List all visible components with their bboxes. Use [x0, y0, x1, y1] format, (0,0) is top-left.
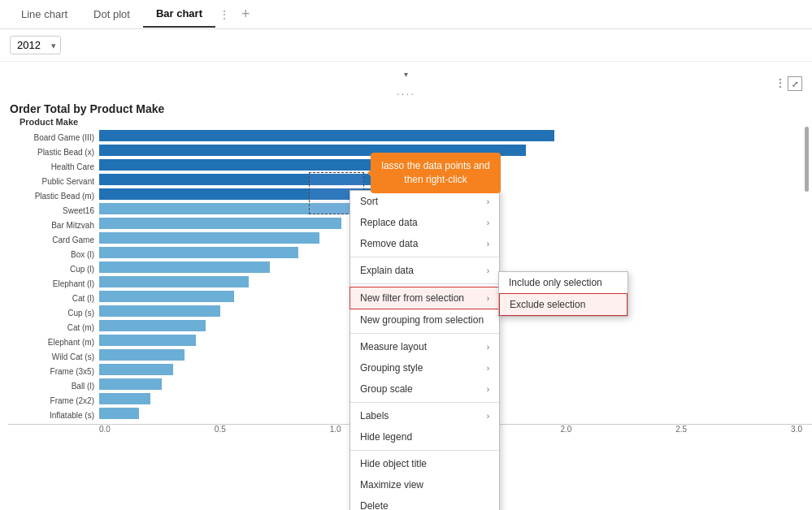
bar[interactable]: [99, 130, 554, 141]
menu-item-replace-data[interactable]: Replace data›: [350, 212, 499, 233]
bar[interactable]: [99, 335, 196, 346]
x-tick-1: 1.0: [330, 425, 341, 434]
menu-separator: [350, 283, 499, 284]
bar[interactable]: [99, 378, 162, 390]
bar[interactable]: [99, 305, 220, 317]
y-label: Plastic Bead (m): [18, 188, 99, 203]
y-label: Frame (3x5): [18, 364, 99, 378]
menu-separator: [350, 333, 499, 334]
menu-item-new-filter-from-selection[interactable]: New filter from selection›: [350, 287, 500, 309]
y-label: Sweet16: [18, 203, 99, 218]
bar-row: [99, 128, 802, 143]
bar[interactable]: [99, 408, 139, 419]
x-tick-2: 2.0: [560, 425, 571, 434]
tab-dot-plot[interactable]: Dot plot: [80, 2, 143, 27]
tab-bar: Line chart Dot plot Bar chart ⋮ +: [0, 0, 812, 29]
y-label: Inflatable (s): [18, 408, 99, 422]
y-label: Cat (m): [18, 320, 99, 335]
submenu-item-include-only-selection[interactable]: Include only selection: [499, 272, 627, 293]
y-label: Board Game (III): [18, 130, 99, 145]
menu-item-grouping-style[interactable]: Grouping style›: [350, 357, 499, 378]
menu-item-explain-data[interactable]: Explain data›: [350, 260, 499, 281]
bar[interactable]: [99, 349, 185, 361]
bar[interactable]: [99, 364, 173, 375]
y-label: Box (l): [18, 247, 99, 261]
x-tick-05: 0.5: [215, 425, 226, 434]
menu-item-hide-legend[interactable]: Hide legend: [350, 426, 499, 447]
x-tick-0: 0.0: [99, 425, 111, 434]
menu-item-labels[interactable]: Labels›: [350, 405, 499, 426]
submenu-arrow-icon: ›: [487, 240, 489, 249]
bar[interactable]: [99, 393, 150, 404]
toolbar: 2010 2011 2012 2013 2014: [0, 29, 812, 62]
y-label: Cup (l): [18, 261, 99, 276]
y-label: Card Game: [18, 232, 99, 247]
y-label: Bar Mitzvah: [18, 218, 99, 232]
scrollbar[interactable]: [805, 127, 809, 192]
axis-label: Product Make: [10, 115, 802, 128]
chart-container: ▾ .... Order Total by Product Make Produ…: [0, 62, 812, 510]
y-label: Elephant (l): [18, 276, 99, 291]
menu-separator: [350, 402, 499, 403]
menu-item-sort[interactable]: Sort›: [350, 191, 499, 212]
menu-separator: [350, 450, 499, 451]
menu-item-hide-object-title[interactable]: Hide object title: [350, 453, 499, 474]
x-tick-3: 3.0: [791, 425, 802, 434]
submenu-item-exclude-selection[interactable]: Exclude selection: [499, 293, 627, 316]
y-label: Ball (l): [18, 378, 99, 393]
bar[interactable]: [99, 291, 234, 302]
dots-indicator: ....: [0, 83, 812, 99]
app-container: Line chart Dot plot Bar chart ⋮ + 2010 2…: [0, 0, 812, 510]
bar[interactable]: [99, 232, 319, 244]
chart-title: Order Total by Product Make: [10, 102, 802, 115]
y-label: Cup (s): [18, 305, 99, 320]
callout-tooltip: lasso the data points and then right-cli…: [371, 153, 501, 193]
y-label: Health Care: [18, 159, 99, 174]
submenu-arrow-icon: ›: [487, 294, 489, 303]
tab-more-icon[interactable]: ⋮: [219, 8, 230, 21]
y-label: Plastic Bead (x): [18, 145, 99, 159]
submenu: Include only selectionExclude selection: [498, 271, 628, 317]
tab-line-chart[interactable]: Line chart: [8, 2, 80, 27]
menu-item-maximize-view[interactable]: Maximize view: [350, 474, 499, 495]
menu-item-delete[interactable]: Delete: [350, 495, 499, 510]
submenu-arrow-icon: ›: [487, 364, 489, 373]
tab-bar-chart[interactable]: Bar chart: [143, 1, 215, 28]
year-select[interactable]: 2010 2011 2012 2013 2014: [10, 36, 61, 54]
bar[interactable]: [99, 261, 270, 273]
context-menu: Sort›Replace data›Remove data›Explain da…: [350, 190, 500, 510]
y-label: Cat (l): [18, 291, 99, 305]
y-label: Public Servant: [18, 174, 99, 188]
submenu-arrow-icon: ›: [487, 385, 489, 394]
x-tick-25: 2.5: [675, 425, 687, 434]
bar[interactable]: [99, 320, 206, 331]
menu-item-new-grouping-from-selection[interactable]: New grouping from selection: [350, 309, 499, 331]
submenu-arrow-icon: ›: [487, 343, 489, 352]
expand-button[interactable]: ⤢: [788, 76, 802, 91]
bar[interactable]: [99, 276, 249, 287]
tab-add-button[interactable]: +: [233, 0, 258, 29]
submenu-arrow-icon: ›: [487, 218, 489, 227]
submenu-arrow-icon: ›: [487, 197, 489, 206]
bar[interactable]: [99, 218, 341, 229]
submenu-arrow-icon: ›: [487, 412, 489, 421]
more-options-button[interactable]: ⋮: [775, 76, 786, 89]
bar[interactable]: [99, 247, 298, 258]
y-axis-labels: Board Game (III)Plastic Bead (x)Health C…: [18, 128, 99, 422]
menu-separator: [350, 257, 499, 257]
y-label: Elephant (m): [18, 335, 99, 349]
submenu-arrow-icon: ›: [487, 266, 489, 275]
menu-item-remove-data[interactable]: Remove data›: [350, 233, 499, 254]
y-label: Frame (2x2): [18, 393, 99, 408]
y-label: Wild Cat (s): [18, 349, 99, 364]
menu-item-group-scale[interactable]: Group scale›: [350, 378, 499, 400]
menu-item-measure-layout[interactable]: Measure layout›: [350, 336, 499, 357]
